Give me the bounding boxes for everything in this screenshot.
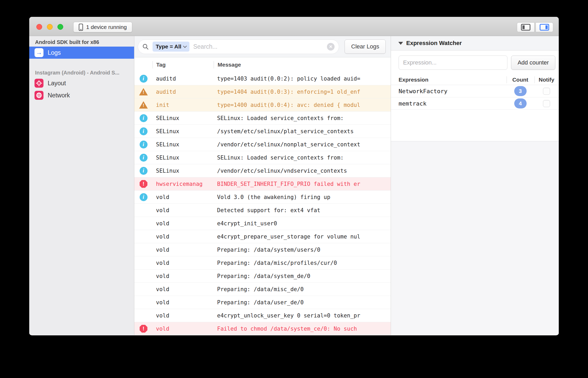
- expression-watcher-header[interactable]: Expression Watcher: [391, 36, 559, 51]
- panel-empty-area: [391, 141, 559, 335]
- log-tag: vold: [153, 233, 213, 240]
- log-message: type=1404 audit(0.0:3): enforcing=1 old_…: [213, 89, 391, 95]
- log-message: /vendor/etc/selinux/vndservice_contexts: [213, 168, 391, 174]
- log-message: Preparing: /data/system/users/0: [213, 247, 391, 253]
- info-icon: [140, 154, 148, 162]
- log-message: e4crypt_init_user0: [213, 220, 391, 227]
- log-message: Failed to chmod /data/system_ce/0: No su…: [213, 326, 391, 332]
- warning-icon: [139, 88, 148, 96]
- log-tag: SELinux: [153, 115, 213, 121]
- log-tag: SELinux: [153, 155, 213, 161]
- log-row[interactable]: vold Vold 3.0 (the awakening) firing up: [134, 191, 391, 204]
- log-message: Detected support for: ext4 vfat: [213, 207, 391, 213]
- log-header-message[interactable]: Message: [214, 57, 391, 72]
- log-row[interactable]: SELinux /system/etc/selinux/plat_service…: [134, 125, 391, 138]
- toggle-right-sidebar-button[interactable]: [536, 22, 553, 32]
- watcher-header-notify[interactable]: Notify: [534, 77, 559, 83]
- sidebar: Android SDK built for x86 → Logs Instagr…: [29, 36, 134, 335]
- log-tag: SELinux: [153, 141, 213, 148]
- device-running-label: 1 device running: [86, 24, 127, 30]
- log-message: Preparing: /data/misc/profiles/cur/0: [213, 260, 391, 266]
- count-badge: 3: [514, 86, 527, 96]
- log-row[interactable]: auditd type=1404 audit(0.0:3): enforcing…: [134, 85, 391, 98]
- sidebar-item-logs[interactable]: → Logs: [29, 47, 134, 59]
- sidebar-item-network[interactable]: Network: [29, 89, 134, 101]
- log-header-tag[interactable]: Tag: [153, 57, 214, 72]
- log-row[interactable]: SELinux /vendor/etc/selinux/nonplat_serv…: [134, 138, 391, 151]
- count-badge: 4: [514, 98, 527, 108]
- log-message: Preparing: /data/system_de/0: [213, 273, 391, 279]
- disclosure-triangle-icon[interactable]: [398, 42, 403, 45]
- clear-logs-button[interactable]: Clear Logs: [345, 39, 386, 54]
- close-button[interactable]: [36, 24, 42, 30]
- log-row[interactable]: vold Preparing: /data/misc_de/0: [134, 283, 391, 296]
- watcher-header-expression[interactable]: Expression: [391, 77, 506, 83]
- error-icon: [140, 325, 148, 333]
- watcher-row[interactable]: memtrack 4: [391, 97, 559, 110]
- log-row[interactable]: SELinux /vendor/etc/selinux/vndservice_c…: [134, 164, 391, 177]
- logs-icon: →: [35, 48, 43, 57]
- log-row[interactable]: vold e4crypt_init_user0: [134, 217, 391, 230]
- log-row[interactable]: vold Preparing: /data/user_de/0: [134, 296, 391, 309]
- add-counter-button[interactable]: Add counter: [511, 56, 555, 70]
- minimize-button[interactable]: [47, 24, 53, 30]
- info-icon: [140, 141, 148, 148]
- info-icon: [140, 193, 148, 201]
- search-bar[interactable]: Type = All ×: [138, 39, 339, 54]
- log-row[interactable]: hwservicemanag BINDER_SET_INHERIT_FIFO_P…: [134, 177, 391, 191]
- logs-toolbar: Type = All × Clear Logs: [134, 36, 391, 57]
- log-message: e4crypt_unlock_user_key 0 serial=0 token…: [213, 312, 391, 319]
- watcher-table-header: Expression Count Notify: [391, 74, 559, 85]
- expression-watcher-body: Add counter Expression Count Notify Netw…: [391, 51, 559, 141]
- log-row[interactable]: vold Preparing: /data/system_de/0: [134, 270, 391, 283]
- log-tag: auditd: [153, 76, 213, 82]
- log-message: /system/etc/selinux/plat_service_context…: [213, 128, 391, 135]
- titlebar[interactable]: 1 device running: [29, 17, 559, 36]
- log-row[interactable]: init type=1400 audit(0.0:4): avc: denied…: [134, 98, 391, 112]
- log-row[interactable]: vold Failed to chmod /data/system_ce/0: …: [134, 322, 391, 335]
- search-input[interactable]: [193, 43, 323, 50]
- log-tag: vold: [153, 260, 213, 266]
- log-message: SELinux: Loaded service_contexts from:: [213, 155, 391, 161]
- log-row[interactable]: vold Preparing: /data/misc/profiles/cur/…: [134, 256, 391, 270]
- log-tag: init: [153, 102, 213, 108]
- log-tag: vold: [153, 312, 213, 319]
- expression-input[interactable]: [399, 56, 507, 70]
- layout-target-icon: [35, 79, 43, 88]
- expression-watcher-panel: Expression Watcher Add counter Expressio…: [391, 36, 559, 335]
- log-tag: vold: [153, 220, 213, 227]
- clear-search-icon[interactable]: ×: [327, 43, 335, 51]
- log-row[interactable]: SELinux SELinux: Loaded service_contexts…: [134, 151, 391, 164]
- type-filter-dropdown[interactable]: Type = All: [153, 42, 189, 52]
- log-row[interactable]: auditd type=1403 audit(0.0:2): policy lo…: [134, 72, 391, 85]
- log-message: e4crypt_prepare_user_storage for volume …: [213, 233, 391, 240]
- device-running-button[interactable]: 1 device running: [73, 22, 132, 32]
- log-message: SELinux: Loaded service_contexts from:: [213, 115, 391, 121]
- watcher-rows: NetworkFactory 3 memtrack 4: [391, 85, 559, 110]
- log-tag: vold: [153, 273, 213, 279]
- app-section-header: Instagram (Android) - Android S...: [29, 67, 134, 77]
- sidebar-item-layout[interactable]: Layout: [29, 77, 134, 89]
- log-tag: vold: [153, 286, 213, 292]
- log-row[interactable]: vold e4crypt_unlock_user_key 0 serial=0 …: [134, 309, 391, 322]
- log-tag: vold: [153, 299, 213, 306]
- log-row[interactable]: vold Preparing: /data/system/users/0: [134, 243, 391, 256]
- notify-checkbox[interactable]: [543, 100, 550, 107]
- notify-checkbox[interactable]: [543, 88, 550, 95]
- log-tag: SELinux: [153, 128, 213, 135]
- type-filter-label: Type = All: [156, 43, 181, 50]
- toggle-left-sidebar-button[interactable]: [517, 22, 535, 32]
- search-icon: [142, 43, 149, 50]
- error-icon: [140, 180, 148, 188]
- watcher-row[interactable]: NetworkFactory 3: [391, 85, 559, 97]
- log-row[interactable]: vold e4crypt_prepare_user_storage for vo…: [134, 230, 391, 243]
- log-tag: vold: [153, 194, 213, 200]
- log-row[interactable]: vold Detected support for: ext4 vfat: [134, 204, 391, 217]
- logs-main-panel: Type = All × Clear Logs Tag Message audi…: [134, 36, 391, 335]
- app-window: 1 device running Android SDK built for x…: [29, 17, 559, 335]
- log-message: type=1403 audit(0.0:2): policy loaded au…: [213, 76, 391, 82]
- log-row[interactable]: SELinux SELinux: Loaded service_contexts…: [134, 112, 391, 125]
- zoom-button[interactable]: [57, 24, 63, 30]
- watcher-header-count[interactable]: Count: [506, 77, 534, 83]
- info-icon: [140, 114, 148, 122]
